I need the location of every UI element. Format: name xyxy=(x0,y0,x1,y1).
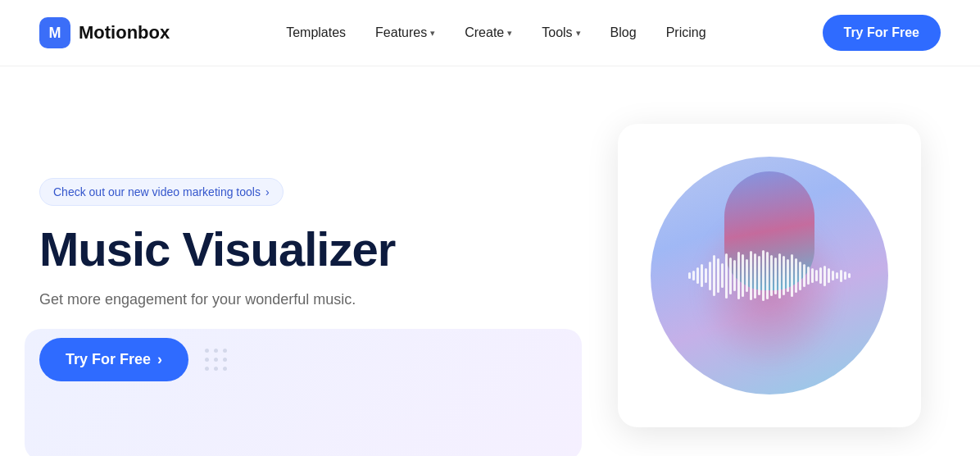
nav-link-templates[interactable]: Templates xyxy=(286,25,346,40)
nav-link-pricing[interactable]: Pricing xyxy=(666,25,706,40)
arrow-right-icon: › xyxy=(157,351,162,368)
chevron-down-icon: ▾ xyxy=(507,28,512,39)
nav-item-features[interactable]: Features ▾ xyxy=(375,25,435,40)
hero-badge-text: Check out our new video marketing tools xyxy=(53,185,261,198)
navbar: M Motionbox Templates Features ▾ Create … xyxy=(0,0,980,66)
circle-portrait xyxy=(651,157,888,394)
chevron-down-icon: ▾ xyxy=(576,28,581,39)
nav-item-pricing[interactable]: Pricing xyxy=(666,25,706,40)
logo-text: Motionbox xyxy=(79,22,170,43)
visual-card xyxy=(618,124,921,427)
hero-title: Music Visualizer xyxy=(39,224,562,276)
logo-icon: M xyxy=(39,17,70,48)
chevron-down-icon: ▾ xyxy=(430,28,435,39)
hero-cta-button[interactable]: Try For Free › xyxy=(39,338,188,381)
nav-cta-button[interactable]: Try For Free xyxy=(823,15,941,51)
hero-right-visual xyxy=(598,124,941,427)
hero-left-content: Check out our new video marketing tools … xyxy=(39,170,562,382)
nav-item-create[interactable]: Create ▾ xyxy=(465,25,512,40)
nav-item-tools[interactable]: Tools ▾ xyxy=(542,25,580,40)
dots-decoration xyxy=(205,349,227,371)
nav-item-templates[interactable]: Templates xyxy=(286,25,346,40)
chevron-right-icon: › xyxy=(265,185,270,198)
hero-badge[interactable]: Check out our new video marketing tools … xyxy=(39,178,284,206)
hero-cta-area: Try For Free › xyxy=(39,338,562,381)
nav-links: Templates Features ▾ Create ▾ Tools ▾ Bl… xyxy=(286,25,706,40)
nav-link-create[interactable]: Create ▾ xyxy=(465,25,512,40)
hero-subtitle: Get more engagement for your wonderful m… xyxy=(39,291,562,308)
hero-section: Check out our new video marketing tools … xyxy=(0,66,980,456)
nav-link-tools[interactable]: Tools ▾ xyxy=(542,25,580,40)
logo[interactable]: M Motionbox xyxy=(39,17,170,48)
waveform-overlay xyxy=(651,251,888,300)
nav-link-features[interactable]: Features ▾ xyxy=(375,25,435,40)
nav-link-blog[interactable]: Blog xyxy=(610,25,637,40)
nav-item-blog[interactable]: Blog xyxy=(610,25,637,40)
